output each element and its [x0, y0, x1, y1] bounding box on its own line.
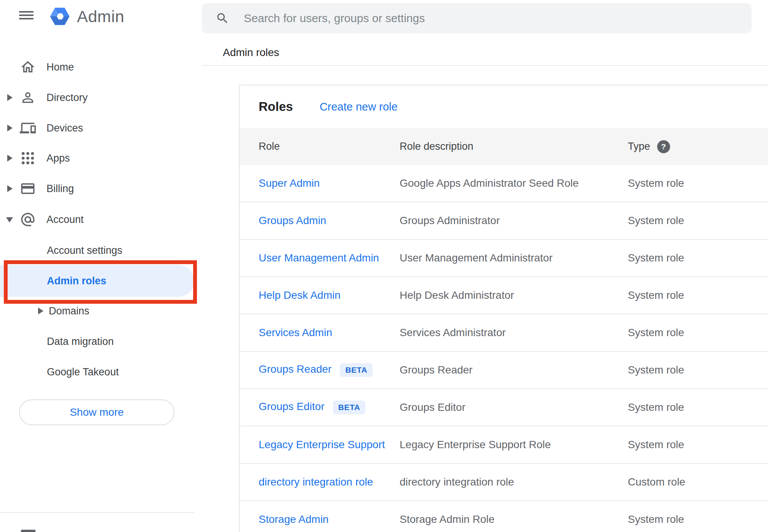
sidebar-item-google-takeout[interactable]: Google Takeout — [0, 357, 190, 387]
column-header-type: Type ? — [628, 140, 768, 153]
sidebar-item-home[interactable]: Home — [0, 52, 190, 82]
role-type: System role — [628, 401, 768, 413]
table-row: Groups ReaderBETA Groups Reader System r… — [240, 352, 768, 389]
sidebar-item-label: Admin roles — [47, 265, 106, 297]
search-bar — [202, 3, 752, 34]
sidebar-item-label: Google Takeout — [47, 357, 119, 387]
role-type: System role — [628, 513, 768, 526]
page-title: Roles — [259, 99, 293, 114]
table-row: Services Admin Services Administrator Sy… — [240, 314, 768, 352]
table-row: Super Admin Google Apps Administrator Se… — [240, 165, 768, 202]
beta-badge: BETA — [340, 363, 373, 377]
role-link[interactable]: Groups Editor — [259, 401, 325, 412]
role-description: Groups Reader — [400, 364, 628, 376]
at-sign-icon — [20, 212, 36, 228]
role-link[interactable]: Legacy Enterprise Support — [259, 439, 385, 450]
role-description: Storage Admin Role — [400, 513, 628, 526]
sidebar-divider — [0, 512, 194, 513]
role-link[interactable]: User Management Admin — [259, 252, 379, 264]
apps-grid-icon — [20, 150, 36, 166]
sidebar-item-data-migration[interactable]: Data migration — [0, 326, 190, 357]
sidebar: Admin Home Directory Devices A — [0, 0, 202, 532]
search-icon — [216, 11, 229, 25]
role-type: System role — [628, 364, 768, 376]
sidebar-item-account-settings[interactable]: Account settings — [0, 235, 190, 266]
devices-icon — [20, 120, 36, 136]
role-description: Help Desk Administrator — [400, 289, 628, 301]
create-new-role-link[interactable]: Create new role — [320, 101, 398, 113]
sidebar-item-admin-roles[interactable]: Admin roles — [0, 265, 194, 297]
admin-logo-icon — [48, 6, 71, 27]
role-type: System role — [628, 215, 768, 227]
column-header-description: Role description — [400, 141, 628, 152]
header-divider — [202, 65, 768, 66]
role-type: System role — [628, 252, 768, 264]
role-type: Custom role — [628, 476, 768, 488]
sidebar-item-directory[interactable]: Directory — [0, 82, 190, 113]
expand-caret-icon[interactable] — [7, 125, 13, 131]
roles-card: Roles Create new role Role Role descript… — [239, 85, 768, 532]
sidebar-item-billing[interactable]: Billing — [0, 173, 190, 204]
expand-caret-icon[interactable] — [38, 308, 43, 314]
column-header-role: Role — [259, 141, 400, 152]
credit-card-icon — [20, 181, 36, 197]
expand-caret-icon[interactable] — [7, 185, 13, 192]
sidebar-item-label: Home — [46, 52, 74, 82]
sidebar-item-label: Directory — [46, 82, 88, 113]
role-description: Services Administrator — [400, 327, 628, 339]
table-row: Legacy Enterprise Support Legacy Enterpr… — [240, 426, 768, 464]
table-row: Groups EditorBETA Groups Editor System r… — [240, 389, 768, 426]
table-row: Help Desk Admin Help Desk Administrator … — [240, 277, 768, 314]
table-row: Storage Admin Storage Admin Role System … — [240, 501, 768, 532]
role-type: System role — [628, 289, 768, 301]
expand-caret-icon[interactable] — [7, 94, 13, 101]
role-description: Legacy Enterprise Support Role — [400, 439, 628, 451]
sidebar-item-label: Devices — [46, 113, 83, 143]
partial-icon — [21, 530, 35, 532]
role-description: Groups Editor — [400, 401, 628, 413]
collapse-caret-icon[interactable] — [6, 217, 13, 223]
help-icon[interactable]: ? — [657, 140, 670, 153]
role-link[interactable]: Super Admin — [259, 177, 320, 189]
role-type: System role — [628, 439, 768, 451]
app-title: Admin — [77, 5, 124, 28]
sidebar-item-apps[interactable]: Apps — [0, 143, 190, 173]
sidebar-item-label: Apps — [46, 143, 70, 173]
role-type: System role — [628, 327, 768, 339]
home-icon — [20, 59, 36, 75]
person-icon — [20, 90, 36, 106]
role-link[interactable]: Storage Admin — [259, 513, 329, 525]
sidebar-item-label: Account — [46, 204, 84, 235]
role-description: User Management Administrator — [400, 252, 628, 264]
search-input[interactable] — [244, 3, 739, 34]
breadcrumb: Admin roles — [223, 46, 279, 59]
menu-icon[interactable] — [19, 11, 34, 20]
card-title-row: Roles Create new role — [240, 85, 768, 128]
sidebar-item-label: Billing — [46, 173, 74, 204]
role-type: System role — [628, 177, 768, 189]
role-description: Groups Administrator — [400, 215, 628, 227]
table-row: Groups Admin Groups Administrator System… — [240, 202, 768, 240]
role-link[interactable]: Groups Reader — [259, 363, 331, 375]
sidebar-item-label: Account settings — [47, 235, 122, 266]
sidebar-item-domains[interactable]: Domains — [0, 296, 190, 326]
role-description: directory integration role — [400, 476, 628, 488]
table-header: Role Role description Type ? — [240, 128, 768, 165]
table-row: directory integration role directory int… — [240, 464, 768, 501]
role-description: Google Apps Administrator Seed Role — [400, 177, 628, 189]
role-link[interactable]: Groups Admin — [259, 215, 326, 226]
role-link[interactable]: directory integration role — [259, 476, 373, 488]
expand-caret-icon[interactable] — [7, 155, 13, 162]
column-header-type-label: Type — [628, 141, 650, 152]
table-row: User Management Admin User Management Ad… — [240, 240, 768, 277]
sidebar-item-label: Data migration — [47, 326, 114, 357]
show-more-button[interactable]: Show more — [19, 399, 174, 425]
sidebar-item-label: Domains — [49, 296, 90, 326]
role-link[interactable]: Help Desk Admin — [259, 289, 341, 301]
role-link[interactable]: Services Admin — [259, 327, 332, 338]
sidebar-item-account[interactable]: Account — [0, 204, 190, 235]
sidebar-item-devices[interactable]: Devices — [0, 113, 190, 143]
beta-badge: BETA — [333, 401, 366, 414]
